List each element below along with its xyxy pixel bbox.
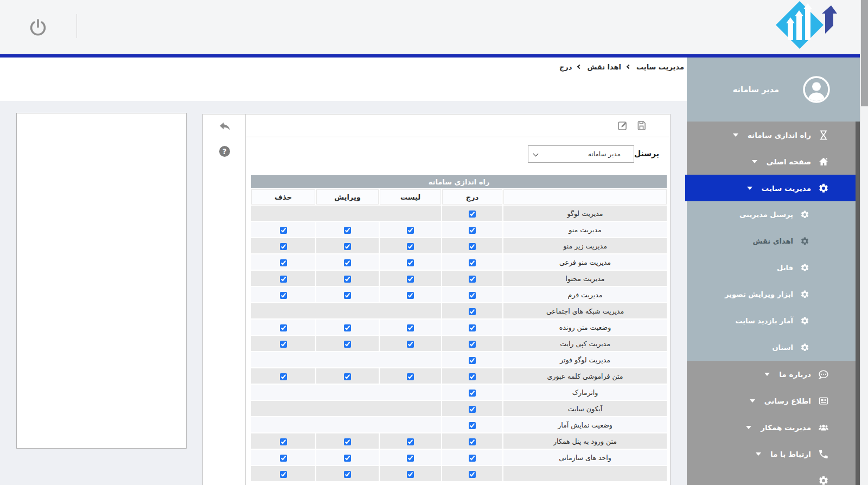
permission-checkbox-edit[interactable]: [344, 455, 351, 462]
permission-row-label: مدیریت لوگو: [503, 206, 667, 221]
permission-row-label: واحد های سازمانی: [503, 450, 667, 465]
permission-cell-list: [380, 368, 441, 384]
permission-checkbox-delete[interactable]: [280, 471, 287, 478]
menu-item-label: ابزار ویرایش تصویر: [725, 290, 793, 298]
permission-cell-delete: [251, 450, 315, 465]
permission-checkbox-edit[interactable]: [344, 259, 351, 266]
permission-checkbox-delete[interactable]: [280, 455, 287, 462]
permission-checkbox-insert[interactable]: [469, 341, 476, 348]
edit-button[interactable]: [617, 120, 628, 131]
permission-checkbox-list[interactable]: [407, 227, 414, 234]
sidebar-item-ارتباط با ما[interactable]: ارتباط با ما: [687, 441, 860, 467]
permission-checkbox-edit[interactable]: [344, 276, 351, 283]
permission-checkbox-delete[interactable]: [280, 324, 287, 331]
sidebar-subitem-آمار بازدید سایت[interactable]: آمار بازدید سایت: [687, 308, 860, 334]
permission-checkbox-list[interactable]: [407, 292, 414, 299]
sidebar-subitem-ابزار ویرایش تصویر[interactable]: ابزار ویرایش تصویر: [687, 281, 860, 308]
breadcrumb-item[interactable]: اهدا نقش: [587, 63, 621, 71]
permission-checkbox-insert[interactable]: [469, 227, 476, 234]
personnel-select[interactable]: مدیر سامانه: [528, 145, 634, 163]
permission-checkbox-insert[interactable]: [469, 406, 476, 413]
permission-cell-edit: [316, 320, 379, 335]
permission-checkbox-list[interactable]: [407, 438, 414, 445]
permission-checkbox-edit[interactable]: [344, 292, 351, 299]
permission-checkbox-insert[interactable]: [469, 276, 476, 283]
permission-row-label: مدیریت منو فرعی: [503, 254, 667, 270]
permission-checkbox-delete[interactable]: [280, 341, 287, 348]
help-button[interactable]: ?: [218, 145, 231, 158]
permission-checkbox-insert[interactable]: [469, 308, 476, 315]
permission-checkbox-edit[interactable]: [344, 243, 351, 250]
sidebar-menu-top: راه اندازی سامانهصفحه اصلیمدیریت سایت: [687, 122, 860, 201]
permission-checkbox-delete[interactable]: [280, 292, 287, 299]
menu-item-label: استان: [772, 343, 793, 352]
permission-cell-list: [380, 271, 441, 286]
user-avatar-icon: [803, 76, 830, 103]
permission-checkbox-delete[interactable]: [280, 243, 287, 250]
permission-checkbox-delete[interactable]: [280, 227, 287, 234]
sidebar-item-راه اندازی سامانه[interactable]: راه اندازی سامانه: [687, 122, 860, 148]
sidebar-item-partial[interactable]: [687, 467, 860, 485]
permission-cell-edit: [316, 433, 379, 449]
permission-checkbox-insert[interactable]: [469, 243, 476, 250]
permission-cell-edit: [316, 238, 379, 253]
permission-checkbox-list[interactable]: [407, 471, 414, 478]
permission-checkbox-list[interactable]: [407, 324, 414, 331]
permission-checkbox-insert[interactable]: [469, 438, 476, 445]
permission-checkbox-insert[interactable]: [469, 422, 476, 429]
scrollbar-thumb[interactable]: [861, 0, 868, 106]
permission-checkbox-edit[interactable]: [344, 341, 351, 348]
sidebar-subitem-پرسنل مدیریتی[interactable]: پرسنل مدیریتی: [687, 201, 860, 228]
permission-checkbox-list[interactable]: [407, 243, 414, 250]
permission-checkbox-insert[interactable]: [469, 357, 476, 364]
permission-checkbox-delete[interactable]: [280, 276, 287, 283]
permission-checkbox-insert[interactable]: [469, 471, 476, 478]
permission-checkbox-insert[interactable]: [469, 210, 476, 218]
permission-checkbox-edit[interactable]: [344, 324, 351, 331]
permission-checkbox-edit[interactable]: [344, 227, 351, 234]
edit-icon: [617, 120, 628, 131]
permission-checkbox-edit[interactable]: [344, 471, 351, 478]
permission-row-label: مدیریت زیر منو: [503, 238, 667, 253]
permission-checkbox-insert[interactable]: [469, 292, 476, 299]
chevron-down-icon: [764, 373, 770, 376]
breadcrumb-band: مدیریت سایتاهدا نقشدرج: [0, 58, 687, 101]
permission-checkbox-delete[interactable]: [280, 259, 287, 266]
sidebar-subitem-فایل[interactable]: فایل: [687, 254, 860, 281]
sidebar-subitem-اهدای نقش[interactable]: اهدای نقش: [687, 228, 860, 254]
permission-checkbox-list[interactable]: [407, 455, 414, 462]
permission-row: مدیریت محتوا: [251, 271, 667, 286]
sidebar-item-مدیریت سایت[interactable]: مدیریت سایت: [687, 175, 860, 201]
permission-checkbox-insert[interactable]: [469, 259, 476, 266]
permission-checkbox-delete[interactable]: [280, 373, 287, 380]
permission-checkbox-insert[interactable]: [469, 373, 476, 380]
permission-checkbox-edit[interactable]: [344, 373, 351, 380]
permission-checkbox-list[interactable]: [407, 341, 414, 348]
power-icon[interactable]: [28, 18, 48, 37]
permission-checkbox-insert[interactable]: [469, 455, 476, 462]
permission-cell-list: [380, 433, 441, 449]
permission-checkbox-list[interactable]: [407, 373, 414, 380]
permission-row-label: مدیریت منو: [503, 222, 667, 237]
permission-checkbox-insert[interactable]: [469, 390, 476, 397]
back-button[interactable]: [218, 120, 231, 133]
permission-checkbox-delete[interactable]: [280, 438, 287, 445]
permission-cell-edit: [316, 271, 379, 286]
save-button[interactable]: [636, 120, 647, 131]
svg-text:?: ?: [222, 147, 227, 156]
breadcrumb-item[interactable]: مدیریت سایت: [636, 63, 684, 71]
sidebar-scrollbar[interactable]: [856, 122, 860, 485]
sidebar-item-صفحه اصلی[interactable]: صفحه اصلی: [687, 148, 860, 175]
sidebar-item-اطلاع رسانی[interactable]: اطلاع رسانی: [687, 387, 860, 414]
users-icon: [818, 422, 829, 433]
permission-checkbox-insert[interactable]: [469, 324, 476, 331]
sidebar-subitem-استان[interactable]: استان: [687, 334, 860, 361]
permission-checkbox-list[interactable]: [407, 259, 414, 266]
permission-checkbox-edit[interactable]: [344, 438, 351, 445]
permission-row: مدیریت شبکه های اجتماعی: [251, 303, 667, 318]
page-scrollbar[interactable]: [860, 0, 868, 485]
sidebar-item-مدیریت همکار[interactable]: مدیریت همکار: [687, 414, 860, 441]
permission-checkbox-list[interactable]: [407, 276, 414, 283]
permission-row-label: مدیریت فرم: [503, 287, 667, 302]
sidebar-item-درباره ما[interactable]: درباره ما: [687, 361, 860, 387]
